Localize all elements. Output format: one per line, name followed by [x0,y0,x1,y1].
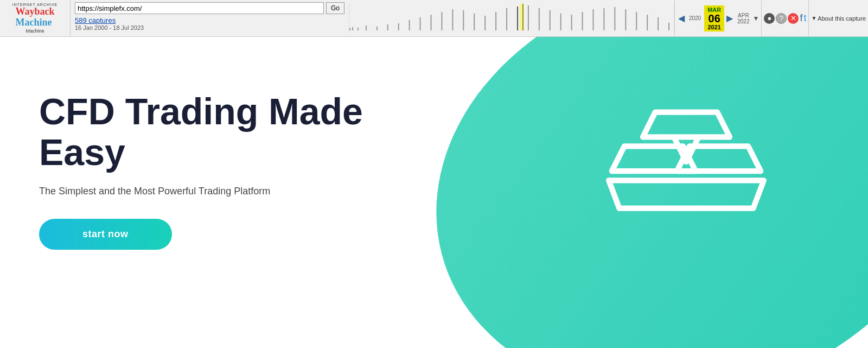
year-2022-label: 2022 [737,18,749,24]
svg-rect-28 [625,9,626,31]
gold-bars-icon [599,75,773,249]
svg-rect-24 [582,12,583,31]
current-month: MAR [707,7,721,13]
svg-rect-7 [409,20,410,30]
svg-rect-16 [506,8,507,31]
hero-section: CFD Trading Made Easy The Simplest and t… [39,91,430,250]
wayback-center: Go 589 captures 16 Jan 2000 - 18 Jul 202… [71,0,349,36]
year-2022[interactable]: APR 2022 [735,11,751,26]
svg-rect-31 [658,17,659,30]
help-icon[interactable]: ? [776,13,787,24]
about-capture-label: About this capture [818,15,866,22]
facebook-icon[interactable]: f [800,12,802,24]
svg-rect-17 [517,7,518,31]
wayback-toolbar: INTERNET ARCHIVE Wayback Machine Machine… [0,0,868,37]
hero-subtitle: The Simplest and the Most Powerful Tradi… [39,186,430,197]
go-button[interactable]: Go [326,2,344,14]
svg-rect-20 [539,8,540,31]
year-nav: ◀ 2020 MAR 06 2021 ▶ APR 2022 ▼ [674,0,761,36]
svg-rect-6 [398,23,399,30]
svg-rect-23 [571,15,572,31]
svg-rect-4 [376,26,378,30]
year-2020[interactable]: 2020 [687,14,703,22]
current-day: 06 [709,13,720,24]
svg-rect-22 [560,14,561,31]
svg-rect-33 [520,4,524,31]
svg-rect-8 [420,17,421,30]
wayback-logo[interactable]: INTERNET ARCHIVE Wayback Machine Machine [0,0,71,36]
about-arrow-icon: ▼ [811,15,816,21]
hero-title: CFD Trading Made Easy [39,91,430,173]
svg-rect-25 [592,9,593,31]
svg-rect-21 [550,10,551,31]
svg-rect-5 [387,24,388,30]
svg-rect-0 [349,28,350,30]
svg-rect-19 [528,5,529,31]
toolbar-icons: ● ? ✕ f t [761,0,808,36]
logo-sub: Machine [25,28,44,34]
svg-rect-30 [647,15,648,31]
svg-rect-29 [636,12,637,31]
captures-info: 589 captures 16 Jan 2000 - 18 Jul 2023 [75,16,344,31]
url-row: Go [75,2,344,14]
timeline-svg [349,4,674,31]
main-content: CFD Trading Made Easy The Simplest and t… [0,37,868,348]
dropdown-arrow-year[interactable]: ▼ [753,15,760,22]
svg-rect-2 [358,27,359,30]
close-icon[interactable]: ✕ [788,13,799,24]
url-input[interactable] [75,2,324,14]
prev-arrow[interactable]: ◀ [677,13,686,23]
svg-rect-10 [441,12,442,31]
svg-rect-15 [495,12,496,31]
current-date: MAR 06 2021 [704,5,724,31]
logo-main: Wayback Machine [15,7,54,28]
timeline-area [349,4,674,33]
svg-rect-11 [452,9,453,31]
twitter-icon[interactable]: t [803,12,806,24]
svg-rect-3 [366,25,367,30]
year-apr: APR [738,12,749,18]
svg-marker-35 [643,112,730,137]
svg-rect-12 [463,10,464,31]
svg-rect-26 [603,8,604,31]
svg-rect-13 [474,14,475,31]
year-2020-label: 2020 [689,15,701,21]
svg-rect-1 [352,27,353,30]
start-now-button[interactable]: start now [39,219,172,250]
captures-range: 16 Jan 2000 - 18 Jul 2023 [75,24,344,31]
svg-marker-38 [609,180,764,208]
svg-rect-9 [430,15,431,31]
user-icon[interactable]: ● [764,13,775,24]
captures-link[interactable]: 589 captures [75,16,344,24]
svg-rect-32 [668,22,669,30]
next-arrow[interactable]: ▶ [725,13,734,23]
about-capture-button[interactable]: ▼ About this capture [808,0,868,36]
svg-rect-27 [614,7,615,31]
current-year: 2021 [707,24,720,30]
svg-rect-14 [484,16,486,31]
